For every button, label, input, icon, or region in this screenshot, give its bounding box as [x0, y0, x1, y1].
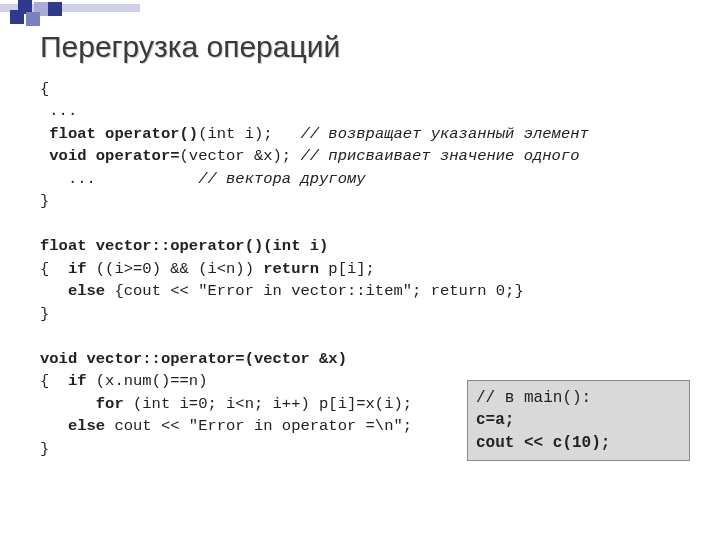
- slide-title: Перегрузка операций: [40, 30, 690, 64]
- mainbox-bold: cout << c(10);: [476, 434, 610, 452]
- code-comment: // присваивает значение одного: [300, 147, 579, 165]
- code-keyword: else: [68, 417, 105, 435]
- code-line: }: [40, 192, 49, 210]
- decorative-corner: [0, 0, 200, 30]
- mainbox-bold: c=a;: [476, 411, 514, 429]
- code-text: (x.num()==n): [87, 372, 208, 390]
- code-text: (int i=0; i<n; i++) p[i]=x(i);: [124, 395, 412, 413]
- code-comment: // возвращает указанный элемент: [300, 125, 588, 143]
- code-text: (int i);: [198, 125, 300, 143]
- main-example-box: // в main(): c=a; cout << c(10);: [467, 380, 690, 461]
- code-bold: float vector::operator()(int i): [40, 237, 328, 255]
- code-line: ...: [40, 102, 77, 120]
- code-keyword: return: [263, 260, 319, 278]
- code-text: ((i>=0) && (i<n)): [87, 260, 264, 278]
- code-keyword: else: [68, 282, 105, 300]
- code-keyword: for: [96, 395, 124, 413]
- mainbox-comment: // в main():: [476, 389, 591, 407]
- code-text: [40, 417, 68, 435]
- code-text: {: [40, 260, 68, 278]
- code-keyword: if: [68, 260, 87, 278]
- code-text: (vector &x);: [180, 147, 301, 165]
- code-text: {: [40, 372, 68, 390]
- code-text: p[i];: [319, 260, 375, 278]
- code-text: ...: [40, 170, 198, 188]
- code-text: cout << "Error in operator =\n";: [105, 417, 412, 435]
- code-bold: void vector::operator=(vector &x): [40, 350, 347, 368]
- code-bold: float operator(): [40, 125, 198, 143]
- code-text: {cout << "Error in vector::item"; return…: [105, 282, 524, 300]
- code-line: }: [40, 440, 49, 458]
- code-text: [40, 282, 68, 300]
- code-text: [40, 395, 96, 413]
- code-comment: // вектора другому: [198, 170, 365, 188]
- code-bold: void operator=: [40, 147, 180, 165]
- code-line: {: [40, 80, 49, 98]
- code-line: }: [40, 305, 49, 323]
- code-keyword: if: [68, 372, 87, 390]
